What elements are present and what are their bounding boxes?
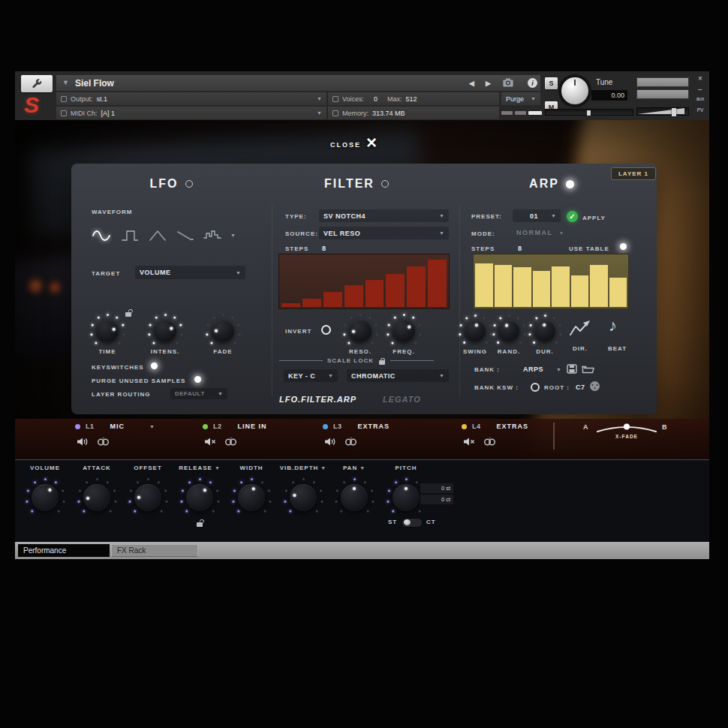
arp-duration-knob[interactable]	[528, 314, 562, 348]
filter-step-table[interactable]	[278, 254, 450, 309]
minimize-instrument-icon[interactable]: −	[693, 86, 707, 94]
speaker-muted-icon[interactable]	[204, 437, 217, 447]
filter-reso-knob[interactable]	[342, 313, 378, 349]
volume-knob[interactable]	[25, 477, 65, 518]
lock-icon[interactable]	[378, 358, 386, 364]
filter-type-dropdown[interactable]: SV NOTCH4 ▼	[319, 209, 449, 222]
waveform-square-button[interactable]	[118, 225, 142, 246]
tune-knob[interactable]	[561, 77, 588, 104]
volume-slider-header[interactable]	[636, 107, 689, 116]
time-unlock-icon[interactable]	[125, 312, 131, 317]
release-caret-icon[interactable]: ▼	[215, 465, 221, 471]
offset-knob[interactable]	[128, 477, 168, 518]
speaker-muted-icon[interactable]	[463, 437, 476, 447]
link-icon[interactable]	[344, 437, 358, 447]
pan-knob[interactable]	[334, 477, 375, 518]
tab-performance[interactable]: Performance	[18, 544, 110, 557]
arp-mode-dropdown[interactable]: NORMAL ▼	[516, 229, 564, 236]
link-icon[interactable]	[483, 437, 497, 447]
release-knob[interactable]	[179, 477, 220, 518]
midi-label: MIDI Ch:	[71, 110, 98, 117]
bank-ksw-toggle[interactable]	[531, 383, 540, 392]
pan-slider-handle[interactable]	[587, 110, 591, 116]
link-icon[interactable]	[96, 437, 110, 447]
arp-power-icon[interactable]	[566, 180, 574, 188]
scale-key-dropdown[interactable]: KEY - C ▼	[284, 369, 338, 382]
xfade-slider[interactable]	[594, 420, 659, 435]
lfo-intensity-knob[interactable]	[147, 313, 183, 349]
scale-type-dropdown[interactable]: CHROMATIC ▼	[347, 369, 449, 382]
invert-toggle[interactable]	[321, 325, 331, 335]
keyswitches-toggle[interactable]	[151, 362, 158, 369]
instrument-menu-arrow-icon[interactable]: ▼	[62, 80, 69, 86]
vibdepth-caret-icon[interactable]: ▼	[320, 465, 326, 471]
arp-steps-value[interactable]: 8	[518, 245, 522, 252]
apply-label[interactable]: APPLY	[582, 215, 606, 221]
remove-instrument-icon[interactable]: ×	[693, 74, 707, 83]
wrench-icon	[29, 78, 44, 89]
lfo-power-icon[interactable]	[185, 180, 193, 188]
pan-caret-icon[interactable]: ▼	[359, 465, 366, 471]
waveform-triangle-button[interactable]	[146, 225, 170, 246]
width-knob[interactable]	[231, 477, 272, 518]
instrument-title-bar[interactable]: ▼ Siel Flow ◀ ▶ i	[56, 75, 540, 91]
waveform-more-caret-icon[interactable]: ▼	[230, 233, 236, 238]
filter-freq-knob[interactable]	[386, 313, 422, 349]
purge-unused-samples-toggle[interactable]	[194, 376, 201, 383]
speaker-on-icon[interactable]	[324, 437, 337, 447]
output-select[interactable]: Output: st.1 ▼	[56, 92, 326, 105]
save-bank-icon[interactable]	[567, 363, 577, 377]
midi-connector-icon[interactable]	[589, 381, 600, 395]
waveform-samplehold-button[interactable]	[200, 225, 224, 246]
layer-routing-dropdown[interactable]: DEFAULT ▼	[170, 388, 227, 399]
tab-legato[interactable]: LEGATO	[383, 395, 421, 404]
volume-slider-handle[interactable]	[672, 108, 676, 116]
attack-knob[interactable]	[77, 477, 117, 518]
pv-toggle[interactable]: PV	[693, 107, 707, 113]
aux-toggle[interactable]: aux	[693, 96, 707, 101]
filter-source-dropdown[interactable]: VEL RESO ▼	[319, 227, 449, 239]
purge-menu[interactable]: Purge ▼	[501, 92, 540, 105]
channel-color-dot	[323, 424, 328, 429]
root-value[interactable]: C7	[576, 384, 585, 391]
channel-source-caret-icon[interactable]: ▼	[149, 424, 155, 429]
lfo-target-dropdown[interactable]: VOLUME ▼	[135, 266, 245, 279]
filter-power-icon[interactable]	[381, 180, 389, 188]
edit-wrench-button[interactable]	[21, 75, 53, 92]
tab-fx-rack[interactable]: FX Rack	[111, 544, 198, 557]
arp-preset-dropdown[interactable]: 01 ▼	[513, 209, 561, 222]
pan-slider-header[interactable]	[545, 109, 633, 116]
vibdepth-knob[interactable]	[283, 477, 323, 518]
apply-check-icon[interactable]: ✓	[567, 211, 578, 222]
lfo-time-knob[interactable]	[89, 313, 125, 349]
next-instrument-icon[interactable]: ▶	[486, 80, 491, 87]
filter-steps-value[interactable]: 8	[322, 245, 326, 252]
pitch-semitone-value[interactable]: 0 st	[420, 483, 453, 493]
memory-readout: Memory: 313.74 MB	[328, 107, 499, 119]
link-icon[interactable]	[224, 437, 238, 447]
beat-note-icon[interactable]: ♪	[609, 316, 617, 335]
midi-channel-select[interactable]: MIDI Ch: [A] 1 ▼	[56, 107, 326, 119]
load-bank-folder-icon[interactable]	[582, 363, 594, 377]
use-table-toggle[interactable]	[620, 243, 627, 250]
tune-value[interactable]: 0.00	[591, 90, 627, 101]
arp-swing-knob[interactable]	[458, 314, 492, 348]
bank-caret-icon[interactable]: ▼	[556, 367, 561, 372]
pitch-cent-value[interactable]: 0 ct	[420, 495, 453, 504]
snapshot-camera-icon[interactable]	[502, 78, 514, 89]
lfo-fade-knob[interactable]	[205, 313, 241, 349]
arp-velocity-table[interactable]	[473, 254, 629, 309]
prev-instrument-icon[interactable]: ◀	[469, 80, 474, 87]
solo-button[interactable]: S	[545, 77, 558, 89]
arp-random-knob[interactable]	[492, 314, 526, 348]
release-unlock-icon[interactable]	[197, 522, 203, 527]
waveform-sine-button[interactable]	[89, 225, 113, 246]
arp-direction-button[interactable]	[567, 318, 594, 342]
st-ct-toggle[interactable]	[402, 518, 423, 528]
tab-lfo-filter-arp[interactable]: LFO.FILTER.ARP	[279, 395, 356, 404]
bank-value[interactable]: ARPS	[523, 366, 543, 373]
info-icon[interactable]: i	[528, 78, 537, 88]
waveform-ramp-button[interactable]	[173, 225, 197, 246]
speaker-on-icon[interactable]	[77, 437, 89, 447]
close-overlay-button[interactable]: CLOSE ×	[330, 134, 413, 154]
